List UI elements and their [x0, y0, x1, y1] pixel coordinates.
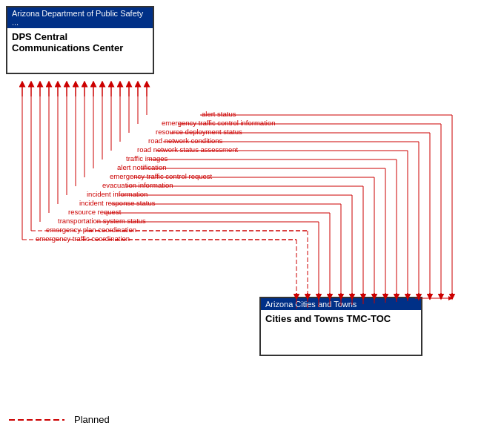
diagram-container: Arizona Department of Public Safety ... …	[0, 0, 504, 434]
label-alert-notification: alert notification	[117, 163, 167, 171]
dps-body: DPS Central Communications Center	[7, 28, 153, 73]
legend-line-svg	[9, 415, 68, 425]
dps-header: Arizona Department of Public Safety ...	[7, 7, 153, 28]
label-incident-response-status: incident response status	[79, 199, 155, 207]
label-emergency-traffic-control-info: emergency traffic control information	[162, 119, 275, 127]
dps-node: Arizona Department of Public Safety ... …	[6, 6, 154, 74]
legend: Planned	[9, 414, 110, 425]
label-transportation-system-status: transportation system status	[58, 217, 146, 225]
cities-node: Arizona Cities and Towns Cities and Town…	[259, 297, 422, 356]
label-resource-deployment-status: resource deployment status	[156, 128, 242, 136]
legend-planned-label: Planned	[74, 414, 110, 425]
label-emergency-traffic-control-req: emergency traffic control request	[110, 172, 212, 180]
label-road-network-conditions: road network conditions	[148, 137, 222, 145]
label-resource-request: resource request	[68, 208, 121, 216]
label-traffic-images: traffic images	[126, 154, 168, 162]
label-emergency-traffic-coordination: emergency traffic coordination	[36, 234, 130, 243]
label-incident-information: incident information	[87, 190, 147, 198]
label-evacuation-info: evacuation information	[102, 181, 173, 189]
cities-header: Arizona Cities and Towns	[261, 298, 421, 310]
label-emergency-plan-coordination: emergency plan coordination	[46, 226, 136, 234]
cities-body: Cities and Towns TMC-TOC	[261, 310, 421, 355]
label-alert-status: alert status	[202, 110, 236, 118]
label-road-network-status: road network status assessment	[137, 145, 238, 154]
